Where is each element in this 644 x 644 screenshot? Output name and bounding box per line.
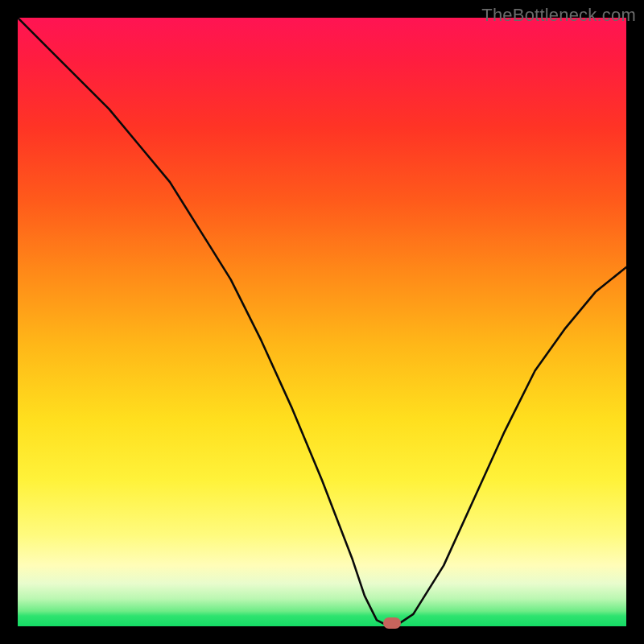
- bottleneck-curve: [18, 18, 626, 626]
- plot-area: [18, 18, 626, 626]
- chart-container: TheBottleneck.com: [0, 0, 644, 644]
- watermark: TheBottleneck.com: [481, 5, 636, 26]
- optimal-point-marker: [383, 617, 401, 629]
- curve-layer: [18, 18, 626, 626]
